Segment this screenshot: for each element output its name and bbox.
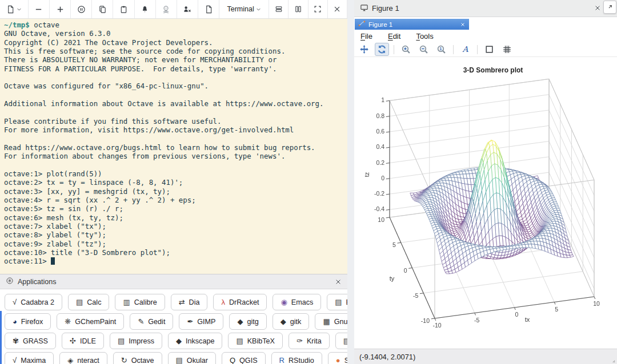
square-icon [484, 45, 494, 54]
app-button-impress[interactable]: ▤Impress [110, 333, 162, 349]
app-button-evince[interactable]: ▤Evince [327, 294, 347, 310]
app-button-gedit[interactable]: ✎Gedit [130, 313, 173, 330]
firefox-icon: ◕ [13, 318, 17, 325]
rotate-button[interactable] [375, 43, 389, 56]
app-button-saoimage-ds9[interactable]: ●SAOImage DS9 [328, 352, 347, 364]
app-button-nteract[interactable]: ◈nteract [59, 352, 107, 364]
app-button-emacs[interactable]: ◉Emacs [273, 294, 321, 310]
zoom-in-button[interactable] [399, 43, 413, 56]
font-decrease-button[interactable] [29, 0, 50, 18]
maxima-icon: √ [13, 357, 17, 364]
terminal-line: octave:3> [xx, yy] = meshgrid (tx, ty); [4, 187, 347, 196]
bell-icon [141, 5, 149, 14]
app-button-calc[interactable]: ▤Calc [68, 294, 110, 310]
copy-button[interactable] [92, 0, 113, 18]
pan-icon [359, 45, 369, 54]
axes-button[interactable] [482, 43, 496, 56]
terminal-line: octave:1> plot(rand(5)) [4, 169, 347, 178]
app-button-libreoffice[interactable]: ▤LibreOffice [335, 333, 347, 349]
copy-icon [98, 5, 107, 14]
applications-close-button[interactable] [335, 278, 342, 285]
figure-panel-close-button[interactable] [594, 5, 601, 11]
drracket-icon: λ [221, 298, 225, 306]
menu-tools[interactable]: Tools [416, 32, 433, 41]
evince-icon: ▤ [335, 298, 342, 306]
app-button-okular[interactable]: ▤Okular [168, 352, 216, 364]
new-tab-button[interactable] [0, 0, 29, 18]
app-button-drracket[interactable]: λDrRacket [213, 294, 267, 310]
terminal-line: For more information, visit https://www.… [4, 126, 347, 134]
monitor-icon [360, 3, 368, 12]
figure-window-titlebar[interactable]: Figure 1 [355, 19, 469, 30]
close-terminal-button[interactable] [328, 0, 347, 18]
app-label: gitg [247, 318, 258, 326]
popout-button[interactable] [603, 1, 616, 14]
sombrero-plot-canvas[interactable] [354, 57, 617, 349]
close-white-icon [460, 22, 466, 27]
app-button-rstudio[interactable]: RRStudio [271, 352, 322, 364]
logout-user-button[interactable] [177, 0, 198, 18]
zoom-original-button[interactable]: 1 [434, 43, 448, 56]
app-button-gchempaint[interactable]: ❋GChemPaint [57, 313, 124, 330]
app-button-kbibtex[interactable]: ▤KBibTeX [228, 333, 283, 349]
file-icon [205, 5, 213, 14]
app-button-octave[interactable]: ↻Octave [113, 352, 162, 364]
kill-process-button[interactable] [156, 0, 177, 18]
pause-button[interactable] [71, 0, 92, 18]
app-label: Cadabra 2 [21, 298, 54, 306]
app-button-grass[interactable]: ✾GRASS [5, 333, 56, 349]
minus-icon [34, 5, 43, 14]
terminal-input-line[interactable]: octave:11> [4, 257, 347, 265]
app-button-calibre[interactable]: ▥Calibre [115, 294, 165, 310]
new-window-button[interactable] [198, 0, 219, 18]
grid-button[interactable] [500, 43, 514, 56]
text-annotation-button[interactable]: A [458, 43, 472, 56]
menu-file[interactable]: File [360, 32, 372, 41]
app-button-krita[interactable]: ✑Krita [289, 333, 330, 349]
menu-edit[interactable]: Edit [388, 32, 400, 41]
app-button-cadabra-2[interactable]: √Cadabra 2 [5, 294, 62, 310]
app-button-maxima[interactable]: √Maxima [5, 352, 54, 364]
split-vertical-button[interactable] [289, 0, 308, 18]
figure-toolbar: 1A [354, 42, 617, 57]
krita-icon: ✑ [297, 337, 303, 345]
split-horizontal-button[interactable] [269, 0, 289, 18]
kbibtex-icon: ▤ [236, 337, 243, 345]
figure-window-close-button[interactable] [460, 22, 466, 27]
zoom-out-icon [419, 45, 428, 54]
octave-icon: ↻ [121, 357, 127, 364]
app-button-gitk[interactable]: ◆gitk [273, 313, 310, 330]
zoom-out-button[interactable] [416, 43, 431, 56]
app-button-gimp[interactable]: ✒GIMP [179, 313, 223, 330]
applications-row: ✾GRASS✣IDLE▤Impress◆Inkscape▤KBibTeX✑Kri… [5, 333, 343, 349]
figure-statusbar: (-9.1404, 2.0071) [354, 349, 617, 364]
terminal-line: octave:10> title ("3-D Sombrero plot"); [4, 248, 347, 257]
terminal-output[interactable]: ~/tmp$ octaveGNU Octave, version 6.3.0Co… [0, 19, 347, 274]
app-button-gitg[interactable]: ◆gitg [229, 313, 266, 330]
app-button-firefox[interactable]: ◕Firefox [5, 313, 51, 330]
app-button-dia[interactable]: ⇄Dia [171, 294, 208, 310]
terminal-cursor [51, 257, 55, 265]
app-button-qgis[interactable]: QQGIS [222, 352, 266, 364]
resize-grip[interactable] [608, 355, 616, 363]
toolbar-separator [453, 45, 454, 54]
dia-icon: ⇄ [179, 298, 185, 306]
app-label: gitk [290, 318, 302, 326]
app-button-gnumeric[interactable]: ▦Gnumeric [315, 313, 347, 330]
shell-selector[interactable]: Terminal [219, 0, 269, 18]
font-increase-button[interactable] [50, 0, 71, 18]
app-button-inkscape[interactable]: ◆Inkscape [168, 333, 222, 349]
figure-window-title: Figure 1 [368, 21, 392, 28]
zoom-one-icon: 1 [436, 45, 446, 54]
bell-button[interactable] [135, 0, 156, 18]
app-button-idle[interactable]: ✣IDLE [62, 333, 104, 349]
fullscreen-button[interactable] [308, 0, 328, 18]
emacs-icon: ◉ [281, 298, 287, 306]
split-cols-icon [294, 5, 302, 13]
pan-button[interactable] [357, 43, 371, 56]
terminal-line [4, 73, 347, 82]
gimp-icon: ✒ [187, 318, 193, 325]
paste-button[interactable] [113, 0, 134, 18]
qgis-icon: Q [230, 357, 235, 364]
fullscreen-icon [314, 5, 322, 13]
